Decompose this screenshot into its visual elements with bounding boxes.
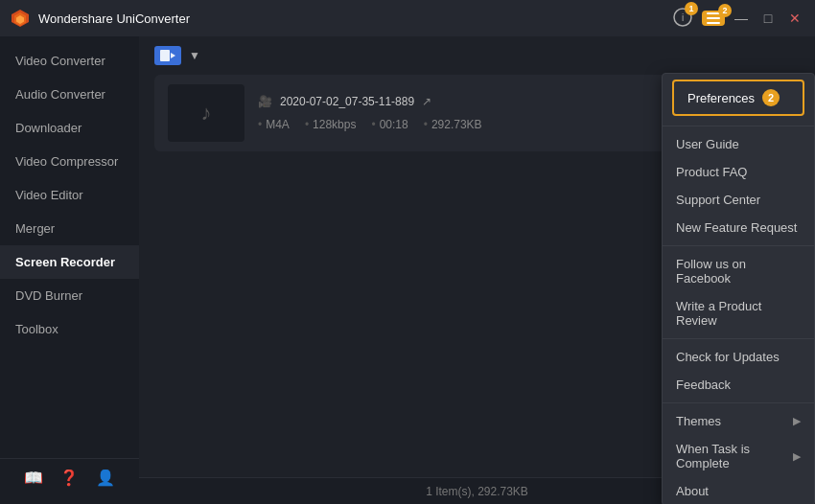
- app-logo: [10, 8, 31, 29]
- sidebar-item-merger[interactable]: Merger: [0, 212, 139, 245]
- badge-num-2: 2: [718, 4, 732, 17]
- video-icon: [154, 46, 181, 65]
- status-text: 1 Item(s), 292.73KB: [426, 485, 528, 498]
- dropdown-item-feedback[interactable]: Feedback: [663, 371, 814, 399]
- minimize-button[interactable]: —: [731, 8, 752, 29]
- themes-arrow-icon: ▶: [793, 415, 801, 427]
- dropdown-item-themes[interactable]: Themes ▶: [663, 407, 814, 435]
- file-thumbnail: ♪: [168, 84, 244, 142]
- divider-3: [663, 338, 814, 339]
- dropdown-item-when-task-complete[interactable]: When Task is Complete ▶: [663, 435, 814, 477]
- divider-1: [663, 126, 814, 126]
- file-dot-2: • 128kbps: [305, 118, 357, 131]
- user-icon[interactable]: 👤: [96, 469, 115, 487]
- titlebar-controls: i 1 2 — □ ✕: [673, 8, 805, 30]
- preferences-button[interactable]: Preferences 2: [672, 80, 804, 116]
- file-dot-4: • 292.73KB: [424, 118, 482, 131]
- sidebar-footer: 📖 ❓ 👤: [0, 458, 139, 496]
- divider-4: [663, 402, 814, 403]
- dropdown-item-review[interactable]: Write a Product Review: [663, 292, 814, 334]
- file-dot-3: • 00:18: [371, 118, 408, 131]
- sidebar-item-video-converter[interactable]: Video Converter: [0, 44, 139, 78]
- badge-num-1: 1: [685, 2, 698, 15]
- dropdown-item-about[interactable]: About: [663, 477, 814, 504]
- dropdown-menu: Preferences 2 User Guide Product FAQ Sup…: [662, 73, 815, 504]
- content-area: ▼ ♪ 🎥 2020-07-02_07-35-11-889 ↗ • M4A • …: [139, 36, 815, 504]
- when-task-arrow-icon: ▶: [793, 450, 801, 463]
- dropdown-item-user-guide[interactable]: User Guide: [663, 130, 814, 158]
- file-dot-1: • M4A: [258, 118, 290, 131]
- sidebar-item-video-compressor[interactable]: Video Compressor: [0, 145, 139, 178]
- content-header-label: ▼: [189, 49, 200, 62]
- maximize-button[interactable]: □: [757, 8, 779, 29]
- svg-text:i: i: [682, 12, 684, 23]
- sidebar-item-downloader[interactable]: Downloader: [0, 111, 139, 145]
- app-title: Wondershare UniConverter: [38, 11, 673, 26]
- titlebar: Wondershare UniConverter i 1 2 — □ ✕: [0, 0, 815, 36]
- sidebar-item-video-editor[interactable]: Video Editor: [0, 178, 139, 212]
- dropdown-item-check-updates[interactable]: Check for Updates: [663, 343, 814, 371]
- sidebar-item-audio-converter[interactable]: Audio Converter: [0, 78, 139, 111]
- file-duration: 00:18: [380, 118, 408, 131]
- file-name: 2020-07-02_07-35-11-889: [280, 95, 414, 108]
- preferences-badge: 2: [762, 89, 780, 106]
- dropdown-item-product-faq[interactable]: Product FAQ: [663, 158, 814, 186]
- sidebar-item-dvd-burner[interactable]: DVD Burner: [0, 279, 139, 312]
- camera-icon: 🎥: [258, 95, 272, 108]
- sidebar-item-toolbox[interactable]: Toolbox: [0, 312, 139, 346]
- svg-marker-6: [171, 53, 175, 58]
- file-bitrate: 128kbps: [313, 118, 356, 131]
- content-header: ▼: [139, 36, 815, 75]
- help-icon[interactable]: ❓: [59, 469, 79, 487]
- external-link-icon[interactable]: ↗: [422, 95, 431, 108]
- main-layout: Video Converter Audio Converter Download…: [0, 36, 815, 504]
- menu-button[interactable]: 2: [702, 11, 725, 26]
- book-icon[interactable]: 📖: [24, 469, 43, 487]
- close-button[interactable]: ✕: [784, 8, 805, 29]
- preferences-row: Preferences 2: [663, 74, 814, 122]
- sidebar-item-screen-recorder[interactable]: Screen Recorder: [0, 245, 139, 279]
- file-size: 292.73KB: [431, 118, 482, 131]
- notification-badge-1[interactable]: i 1: [673, 8, 692, 30]
- dropdown-item-new-feature[interactable]: New Feature Request: [663, 214, 814, 241]
- preferences-label: Preferences: [687, 91, 755, 105]
- dropdown-item-facebook[interactable]: Follow us on Facebook: [663, 250, 814, 292]
- divider-2: [663, 245, 814, 246]
- sidebar: Video Converter Audio Converter Download…: [0, 36, 139, 504]
- svg-rect-5: [160, 50, 170, 61]
- file-format: M4A: [266, 118, 290, 131]
- dropdown-item-support-center[interactable]: Support Center: [663, 186, 814, 214]
